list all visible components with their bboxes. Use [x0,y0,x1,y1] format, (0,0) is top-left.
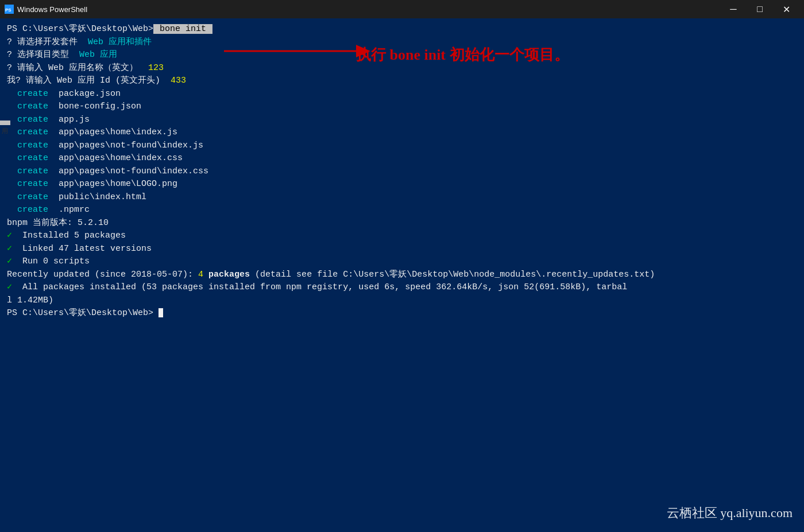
terminal-line-14: create public\index.html [7,191,797,204]
terminal-line-6: create package.json [7,88,797,101]
close-button[interactable]: ✕ [773,0,799,18]
terminal-line-10: create app\pages\not-found\index.js [7,139,797,153]
terminal-line-bnpm: bnpm 当前版本: 5.2.10 [7,217,797,230]
terminal-line-11: create app\pages\home\index.css [7,152,797,165]
annotation-text: 执行 bone init 初始化一个项目。 [356,44,569,66]
title-bar: PS Windows PowerShell ─ □ ✕ [0,0,804,18]
terminal-line-allpkg2: l 1.42MB) [7,294,797,308]
terminal-line-12: create app\pages\not-found\index.css [7,165,797,178]
watermark: 云栖社区 yq.aliyun.com [667,504,793,522]
red-arrow [218,36,373,67]
terminal-line-1: PS C:\Users\零妖\Desktop\Web> bone init [7,23,797,36]
terminal-line-9: create app\pages\home\index.js [7,126,797,139]
terminal-line-13: create app\pages\home\LOGO.png [7,178,797,191]
terminal-line-linked: ✓ Linked 47 latest versions [7,243,797,256]
minimize-button[interactable]: ─ [720,0,747,18]
terminal-line-final-prompt: PS C:\Users\零妖\Desktop\Web> [7,307,797,320]
terminal-line-8: create app.js [7,114,797,127]
svg-text:PS: PS [5,7,11,13]
terminal-line-allpkg: ✓ All packages installed (53 packages in… [7,281,797,294]
terminal-area[interactable]: PS C:\Users\零妖\Desktop\Web> bone init ? … [0,18,804,532]
command-input: bone init [153,24,212,34]
terminal-line-run: ✓ Run 0 scripts [7,255,797,269]
terminal-line-15: create .npmrc [7,204,797,217]
terminal-line-5: 我? 请输入 Web 应用 Id (英文开头) 433 [7,75,797,88]
terminal-line-installed: ✓ Installed 5 packages [7,230,797,243]
window-controls: ─ □ ✕ [720,0,799,18]
terminal-line-7: create bone-config.json [7,100,797,114]
cursor-blink [159,308,163,317]
terminal-line-recently: Recently updated (since 2018-05-07): 4 p… [7,269,797,282]
powershell-window: PS Windows PowerShell ─ □ ✕ PS C:\Users\… [0,0,804,532]
prompt-path-1: PS C:\Users\零妖\Desktop\Web> [7,24,153,34]
left-artifact: 用 [0,121,10,125]
window-title: Windows PowerShell [17,5,720,14]
maximize-button[interactable]: □ [747,0,773,18]
app-icon: PS [5,5,14,14]
